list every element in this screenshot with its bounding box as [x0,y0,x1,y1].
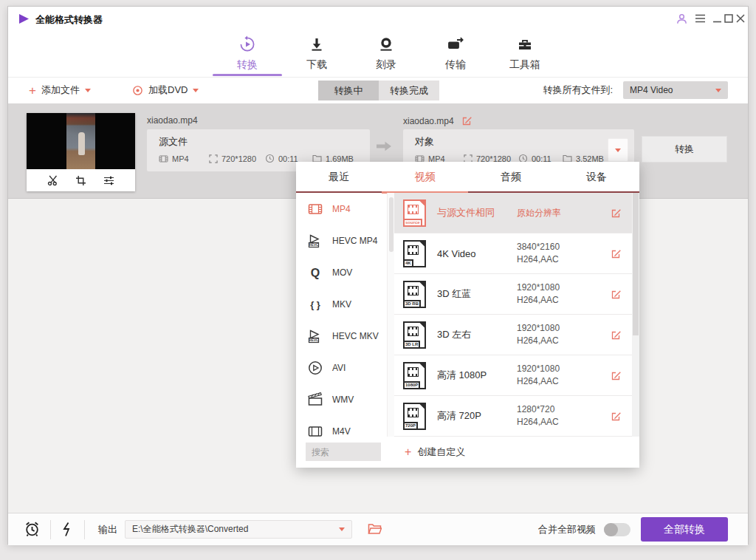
source-format: MP4 [159,154,209,163]
nav-tab-toolbox[interactable]: 工具箱 [490,31,560,72]
merge-videos-toggle[interactable] [604,523,630,536]
popup-tab-device[interactable]: 设备 [554,162,639,191]
preset-name: 高清 720P [437,409,517,423]
format-list: MP4 HEVC HEVC MP4 Q MOV { } MKV HEVC HEV… [296,193,387,437]
edit-icon[interactable] [611,208,622,219]
video-frame [66,113,95,169]
preset-codec: H264,AAC [517,254,559,264]
output-format-select[interactable]: MP4 Video [623,81,728,99]
format-item-hevc-mp4[interactable]: HEVC HEVC MP4 [296,225,387,256]
clip-toolbar [27,169,135,191]
menu-icon[interactable] [693,12,707,25]
search-input[interactable] [306,443,381,461]
convert-button-label: 转换 [675,143,694,156]
edit-icon[interactable] [461,115,472,126]
chevron-down-icon[interactable] [193,89,199,92]
edit-icon[interactable] [611,411,622,422]
popup-tab-recent[interactable]: 最近 [296,162,382,191]
format-label: HEVC MKV [332,331,379,341]
app-title: 全能格式转换器 [35,13,103,27]
format-label: HEVC MP4 [332,236,377,246]
format-label: M4V [332,426,351,437]
svg-text:{ }: { } [310,298,320,310]
preset-row-3d-lr[interactable]: 3D LR 3D 左右 1920*1080H264,AAC [394,315,632,355]
close-icon[interactable] [734,12,747,25]
preset-resolution: 1280*720 [517,404,554,414]
preset-row-720p[interactable]: 720P 高清 720P 1280*720H264,AAC [394,396,632,437]
format-label: WMV [332,395,354,405]
format-item-avi[interactable]: AVI [296,352,387,383]
edit-icon[interactable] [611,329,622,341]
app-window: 全能格式转换器 转换 下载 [7,6,749,544]
format-label: AVI [332,363,346,373]
edit-icon[interactable] [611,248,622,259]
edit-icon[interactable] [611,289,622,300]
preset-row-same-as-source[interactable]: source 与源文件相同 原始分辨率 [394,193,632,233]
bolt-icon[interactable] [61,522,72,537]
scrollbar-thumb[interactable] [633,193,639,335]
hevc-play-icon: HEVC [307,233,323,249]
crop-icon[interactable] [75,175,86,186]
nav-tab-download[interactable]: 下载 [282,31,351,72]
preset-codec: H264,AAC [517,417,559,427]
target-format-dropdown-button[interactable] [608,138,628,162]
preset-resolution: 1920*1080 [517,282,560,293]
nav-tab-label: 下载 [306,58,327,72]
load-dvd-button[interactable]: 加载DVD [132,77,199,103]
preset-list-scrollbar[interactable] [632,193,639,437]
user-icon[interactable] [675,12,688,25]
open-folder-icon[interactable] [368,523,382,535]
add-file-button[interactable]: + 添加文件 [29,77,91,103]
preset-codec: H264,AAC [517,376,559,386]
nav-tab-record[interactable]: 刻录 [351,31,421,72]
schedule-icon[interactable] [24,520,41,538]
output-path-select[interactable]: E:\全能格式转换器\Converted [125,520,352,539]
convert-all-button[interactable]: 全部转换 [641,517,728,542]
format-item-mov[interactable]: Q MOV [296,256,387,288]
play-circle-icon [307,360,323,376]
preset-resolution: 3840*2160 [517,242,560,252]
preset-row-3d-rb[interactable]: 3D RB 3D 红蓝 1920*1080H264,AAC [394,274,632,315]
tab-converted[interactable]: 转换完成 [379,81,439,100]
format-item-m4v[interactable]: M4V [296,415,387,437]
format-list-scrollbar[interactable] [387,193,394,437]
disc-icon [132,85,143,96]
popup-tab-audio[interactable]: 音频 [468,162,554,191]
create-custom-button[interactable]: + 创建自定义 [405,437,465,468]
format-label: MOV [332,267,352,278]
film-frame-icon [307,423,323,437]
scrollbar-thumb[interactable] [389,197,394,252]
popup-tab-video[interactable]: 视频 [382,162,467,191]
format-item-hevc-mkv[interactable]: HEVC HEVC MKV [296,320,387,352]
app-logo-icon [18,13,30,24]
chevron-down-icon [715,89,721,92]
nav-tab-label: 工具箱 [509,58,540,72]
resolution-icon [209,154,218,163]
nav-tab-convert[interactable]: 转换 [213,31,282,72]
nav-active-underline [213,74,282,76]
plus-icon: + [29,84,36,97]
chevron-down-icon[interactable] [85,89,91,92]
edit-icon[interactable] [611,370,622,381]
preset-name: 3D 红蓝 [437,287,517,301]
create-custom-label: 创建自定义 [417,445,465,459]
sliders-icon[interactable] [103,175,115,186]
nav-tab-transfer[interactable]: 传输 [421,31,490,72]
output-format-value: MP4 Video [630,85,673,95]
divider [50,520,51,539]
tab-converting[interactable]: 转换中 [318,81,379,100]
convert-state-tabs: 转换中 转换完成 [318,81,439,100]
preset-resolution: 1920*1080 [517,323,560,333]
format-item-mkv[interactable]: { } MKV [296,288,387,320]
scissors-icon[interactable] [47,174,59,186]
svg-text:Q: Q [311,266,320,279]
preset-row-4k[interactable]: 4K 4K Video 3840*2160H264,AAC [394,233,632,274]
format-item-mp4[interactable]: MP4 [296,193,387,225]
target-title: 对象 [415,135,434,148]
preset-row-1080p[interactable]: 1080P 高清 1080P 1920*1080H264,AAC [394,355,632,396]
toolbox-icon [516,35,534,53]
convert-all-to-label: 转换所有文件到: [543,77,613,103]
format-item-wmv[interactable]: WMV [296,383,387,415]
convert-button[interactable]: 转换 [642,136,727,163]
popup-footer: + 创建自定义 [296,437,639,468]
